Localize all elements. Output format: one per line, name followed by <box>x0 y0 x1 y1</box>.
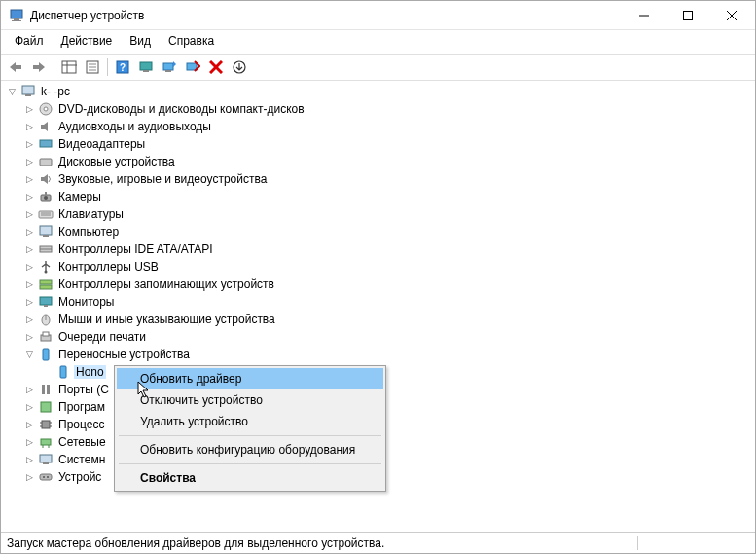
back-button[interactable] <box>5 56 26 78</box>
uninstall-device-button[interactable] <box>205 56 227 78</box>
tree-item[interactable]: ▷Мыши и иные указывающие устройства <box>22 311 755 328</box>
svg-rect-1 <box>14 18 19 20</box>
menu-help[interactable]: Справка <box>161 32 222 50</box>
expand-icon[interactable]: ▷ <box>22 383 36 396</box>
tree-item[interactable]: ▷DVD-дисководы и дисководы компакт-диско… <box>22 100 755 118</box>
expand-icon[interactable]: ▷ <box>22 435 36 449</box>
tree-item[interactable]: ▷Видеоадаптеры <box>22 135 755 153</box>
svg-rect-27 <box>25 94 31 96</box>
svg-rect-43 <box>40 280 52 284</box>
maximize-button[interactable] <box>666 1 709 29</box>
svg-rect-44 <box>40 285 52 289</box>
forward-button[interactable] <box>28 56 50 78</box>
expand-icon[interactable]: ▷ <box>22 470 36 484</box>
svg-rect-65 <box>43 462 49 464</box>
ctx-disable-device[interactable]: Отключить устройство <box>117 389 383 411</box>
app-icon <box>9 8 24 23</box>
tree-item[interactable]: ▷Мониторы <box>22 293 755 311</box>
expand-icon[interactable]: ▷ <box>22 120 36 133</box>
ctx-update-driver[interactable]: Обновить драйвер <box>117 368 383 389</box>
menu-action[interactable]: Действие <box>54 32 121 50</box>
svg-rect-18 <box>140 62 152 70</box>
down-arrow-button[interactable] <box>229 56 250 78</box>
expand-icon[interactable]: ▷ <box>22 172 36 186</box>
expand-icon[interactable]: ▷ <box>22 137 36 151</box>
help-button[interactable]: ? <box>112 56 133 78</box>
svg-rect-26 <box>22 86 34 94</box>
software-device-icon <box>38 399 54 415</box>
update-driver-button[interactable] <box>159 56 180 78</box>
tree-item[interactable]: ▷Звуковые, игровые и видеоустройства <box>22 170 755 188</box>
minimize-button[interactable] <box>622 1 666 29</box>
expand-icon[interactable]: ▷ <box>22 155 36 168</box>
usb-icon <box>38 259 54 275</box>
portable-device-icon <box>55 364 71 380</box>
expand-icon[interactable]: ▷ <box>22 400 36 414</box>
ctx-remove-device[interactable]: Удалить устройство <box>117 411 383 432</box>
tree-item[interactable]: ▷Контроллеры USB <box>22 258 755 276</box>
expand-icon[interactable]: ▷ <box>22 418 36 431</box>
titlebar: Диспетчер устройств <box>1 1 755 30</box>
menu-file[interactable]: Файл <box>7 32 52 50</box>
svg-rect-54 <box>47 385 50 394</box>
properties-button[interactable] <box>82 56 103 78</box>
tree-item[interactable]: ▷Аудиовходы и аудиовыходы <box>22 118 755 135</box>
svg-rect-20 <box>163 63 173 70</box>
svg-rect-46 <box>44 305 48 307</box>
status-text: Запуск мастера обновления драйверов для … <box>1 536 638 550</box>
svg-rect-61 <box>41 439 51 445</box>
expand-icon[interactable]: ▷ <box>22 242 36 256</box>
collapse-icon[interactable]: ▽ <box>22 348 36 361</box>
network-icon <box>38 434 54 450</box>
collapse-icon[interactable]: ▽ <box>5 85 18 98</box>
mouse-icon <box>38 312 54 327</box>
expand-icon[interactable]: ▷ <box>22 102 36 116</box>
disk-icon <box>38 154 54 169</box>
toolbar: ? <box>1 54 755 81</box>
expand-icon[interactable]: ▷ <box>22 330 36 344</box>
disable-device-button[interactable] <box>182 56 203 78</box>
display-adapter-icon <box>38 136 54 152</box>
context-menu: Обновить драйвер Отключить устройство Уд… <box>114 365 386 492</box>
keyboard-icon <box>38 206 54 222</box>
expand-icon[interactable]: ▷ <box>22 453 36 466</box>
window-title: Диспетчер устройств <box>30 9 622 22</box>
svg-point-42 <box>45 271 48 274</box>
tree-item[interactable]: ▷Компьютер <box>22 223 755 240</box>
expand-icon[interactable]: ▷ <box>22 277 36 291</box>
tree-item[interactable]: ▷Контроллеры запоминающих устройств <box>22 276 755 293</box>
svg-rect-22 <box>187 63 197 70</box>
ctx-properties[interactable]: Свойства <box>117 467 383 489</box>
tree-item[interactable]: ▷Дисковые устройства <box>22 153 755 170</box>
storage-controller-icon <box>38 277 54 292</box>
computer-icon <box>38 224 54 240</box>
ide-icon <box>38 241 54 257</box>
menu-view[interactable]: Вид <box>122 32 159 50</box>
expand-icon[interactable]: ▷ <box>22 207 36 221</box>
close-button[interactable] <box>709 1 753 29</box>
expand-icon[interactable]: ▷ <box>22 260 36 274</box>
show-hide-tree-button[interactable] <box>58 56 80 78</box>
svg-rect-53 <box>42 385 45 394</box>
ctx-separator <box>119 463 381 464</box>
expand-icon[interactable]: ▷ <box>22 225 36 239</box>
tree-root[interactable]: ▽ k- -pc <box>5 83 755 100</box>
menubar: Файл Действие Вид Справка <box>1 30 755 54</box>
svg-point-33 <box>44 196 48 200</box>
tree-item[interactable]: ▷Очереди печати <box>22 328 755 346</box>
tree-item[interactable]: ▷Камеры <box>22 188 755 205</box>
tree-view[interactable]: ▽ k- -pc ▷DVD-дисководы и дисководы комп… <box>1 81 755 532</box>
tree-item[interactable]: ▷Клавиатуры <box>22 205 755 223</box>
tree-item[interactable]: ▷Контроллеры IDE ATA/ATAPI <box>22 240 755 258</box>
svg-rect-52 <box>60 366 66 378</box>
print-queue-icon <box>38 329 54 345</box>
scan-hardware-button[interactable] <box>135 56 157 78</box>
svg-rect-34 <box>45 192 47 196</box>
expand-icon[interactable]: ▷ <box>22 313 36 326</box>
svg-text:?: ? <box>120 62 126 73</box>
expand-icon[interactable]: ▷ <box>22 295 36 309</box>
expand-icon[interactable]: ▷ <box>22 190 36 203</box>
tree-item-portable[interactable]: ▽Переносные устройства <box>22 346 755 363</box>
svg-rect-64 <box>40 455 52 462</box>
ctx-refresh-hardware[interactable]: Обновить конфигурацию оборудования <box>117 439 383 461</box>
